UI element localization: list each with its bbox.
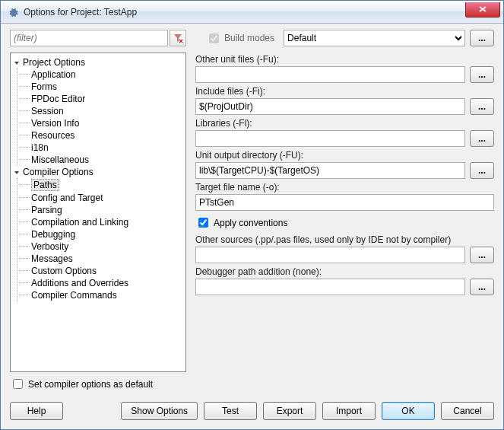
- chevron-down-icon: [12, 167, 21, 177]
- browse-include-button[interactable]: ...: [470, 98, 494, 115]
- options-dialog: Options for Project: TestApp Build modes…: [0, 0, 504, 430]
- button-bar: Help Show Options Test Export Import OK …: [1, 396, 503, 429]
- label-other-unit: Other unit files (-Fu):: [195, 54, 494, 65]
- field-other-unit: Other unit files (-Fu): ...: [195, 54, 494, 83]
- filter-clear-button[interactable]: [170, 30, 186, 46]
- tree-item-version-info[interactable]: Version Info: [17, 117, 184, 129]
- tree-item-session[interactable]: Session: [17, 105, 184, 117]
- titlebar: Options for Project: TestApp: [1, 1, 503, 24]
- input-other-sources[interactable]: [195, 247, 465, 263]
- apply-conventions-input[interactable]: [198, 218, 208, 228]
- field-include: Include files (-Fi): ...: [195, 86, 494, 115]
- browse-other-unit-button[interactable]: ...: [470, 66, 494, 83]
- tree-item-application[interactable]: Application: [17, 68, 184, 81]
- apply-conventions-label: Apply conventions: [214, 218, 287, 228]
- input-other-unit[interactable]: [195, 66, 465, 83]
- test-button[interactable]: Test: [204, 402, 257, 420]
- top-row: Build modes Default ...: [1, 24, 503, 49]
- input-target-file[interactable]: [195, 194, 494, 211]
- show-options-button[interactable]: Show Options: [121, 402, 198, 420]
- tree-item-i18n[interactable]: i18n: [17, 142, 184, 154]
- filter-input[interactable]: [10, 30, 168, 46]
- set-default-input[interactable]: [13, 379, 23, 389]
- tree-item-fpdoc-editor[interactable]: FPDoc Editor: [17, 93, 184, 105]
- ok-button[interactable]: OK: [382, 402, 435, 420]
- input-include[interactable]: [195, 98, 465, 115]
- browse-other-sources-button[interactable]: ...: [470, 247, 494, 263]
- field-libraries: Libraries (-Fl): ...: [195, 118, 494, 147]
- label-debugger-path: Debugger path addition (none):: [195, 266, 494, 277]
- tree-item-additions-overrides[interactable]: Additions and Overrides: [17, 277, 184, 289]
- window-title: Options for Project: TestApp: [24, 7, 465, 18]
- tree-item-paths[interactable]: Paths: [17, 178, 184, 192]
- help-button[interactable]: Help: [10, 402, 63, 420]
- options-tree[interactable]: Project Options Application Forms FPDoc …: [10, 53, 186, 372]
- tree-toggle-compiler-options[interactable]: Compiler Options: [12, 166, 184, 178]
- tree-item-parsing[interactable]: Parsing: [17, 204, 184, 216]
- export-button[interactable]: Export: [263, 402, 316, 420]
- field-other-sources: Other sources (.pp/.pas files, used only…: [195, 234, 494, 263]
- tree-item-miscellaneous[interactable]: Miscellaneous: [17, 154, 184, 166]
- browse-libraries-button[interactable]: ...: [470, 130, 494, 147]
- set-default-label: Set compiler options as default: [28, 379, 153, 390]
- build-modes-checkbox[interactable]: Build modes: [206, 31, 274, 46]
- input-unit-output[interactable]: [195, 162, 465, 179]
- close-button[interactable]: [465, 2, 500, 18]
- label-other-sources: Other sources (.pp/.pas files, used only…: [195, 234, 494, 245]
- browse-unit-output-button[interactable]: ...: [470, 162, 494, 179]
- set-default-checkbox[interactable]: Set compiler options as default: [1, 372, 503, 396]
- input-libraries[interactable]: [195, 130, 465, 147]
- paths-panel: Other unit files (-Fu): ... Include file…: [195, 53, 494, 372]
- label-target-file: Target file name (-o):: [195, 182, 494, 193]
- label-libraries: Libraries (-Fl):: [195, 118, 494, 129]
- build-mode-select[interactable]: Default: [284, 30, 465, 46]
- label-unit-output: Unit output directory (-FU):: [195, 150, 494, 161]
- field-debugger-path: Debugger path addition (none): ...: [195, 266, 494, 295]
- tree-group-project-options: Project Options Application Forms FPDoc …: [12, 56, 184, 166]
- dialog-body: Project Options Application Forms FPDoc …: [1, 49, 503, 372]
- tree-group-compiler-options: Compiler Options Paths Config and Target…: [12, 166, 184, 301]
- label-include: Include files (-Fi):: [195, 86, 494, 97]
- build-mode-more-button[interactable]: ...: [470, 30, 494, 46]
- tree-item-compiler-commands[interactable]: Compiler Commands: [17, 289, 184, 301]
- build-modes-label: Build modes: [224, 33, 274, 43]
- tree-item-resources[interactable]: Resources: [17, 129, 184, 142]
- gear-icon: [7, 6, 19, 18]
- tree-item-forms[interactable]: Forms: [17, 81, 184, 93]
- build-modes-check-input[interactable]: [209, 33, 219, 43]
- tree-children-compiler: Paths Config and Target Parsing Compilat…: [17, 178, 184, 301]
- chevron-down-icon: [12, 58, 21, 67]
- tree-item-custom-options[interactable]: Custom Options: [17, 265, 184, 277]
- tree-item-messages[interactable]: Messages: [17, 253, 184, 265]
- field-target-file: Target file name (-o):: [195, 182, 494, 211]
- import-button[interactable]: Import: [322, 402, 376, 420]
- tree-item-config-target[interactable]: Config and Target: [17, 192, 184, 204]
- tree-item-compilation-linking[interactable]: Compilation and Linking: [17, 216, 184, 228]
- input-debugger-path[interactable]: [195, 279, 465, 295]
- field-unit-output: Unit output directory (-FU): ...: [195, 150, 494, 179]
- tree-item-verbosity[interactable]: Verbosity: [17, 240, 184, 253]
- browse-debugger-path-button[interactable]: ...: [470, 279, 494, 295]
- cancel-button[interactable]: Cancel: [441, 402, 494, 420]
- apply-conventions-checkbox[interactable]: Apply conventions: [195, 215, 494, 230]
- filter-box: [10, 30, 186, 46]
- tree-children-project: Application Forms FPDoc Editor Session V…: [17, 68, 184, 166]
- tree-item-debugging[interactable]: Debugging: [17, 228, 184, 240]
- tree-toggle-project-options[interactable]: Project Options: [12, 56, 184, 68]
